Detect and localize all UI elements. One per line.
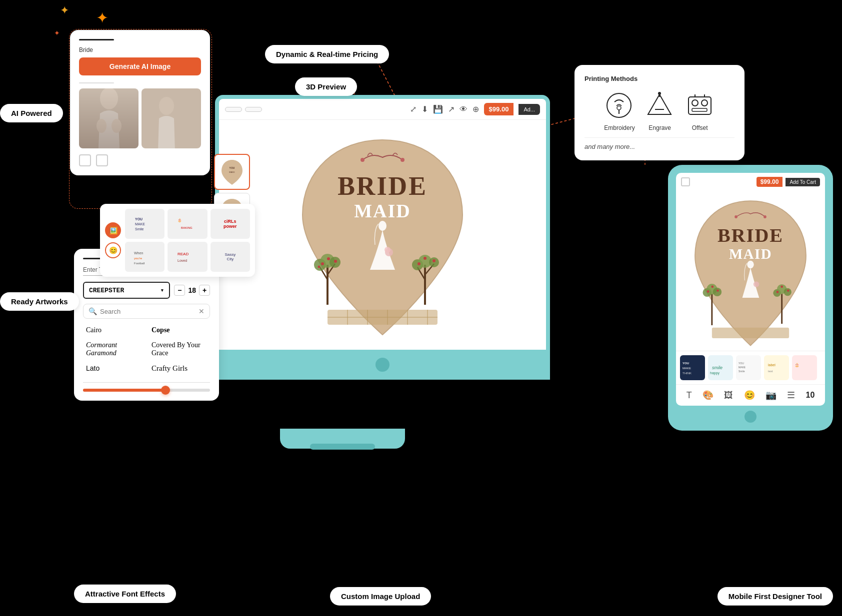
artworks-icon-2[interactable]: 😊 (105, 242, 121, 258)
callout-custom-upload: Custom Image Upload (330, 587, 431, 606)
download-icon[interactable]: ⬇ (422, 104, 428, 114)
svg-point-44 (432, 259, 436, 262)
mobile-toolbar: $99.00 Add To Cart (676, 173, 825, 191)
svg-point-42 (418, 262, 420, 265)
share-icon[interactable]: ↗ (448, 104, 454, 114)
svg-text:YOU: YOU (135, 217, 142, 221)
artwork-5[interactable]: READ Loved (168, 242, 207, 272)
mob-emoji-icon[interactable]: 😊 (744, 390, 755, 401)
svg-text:you're: you're (134, 257, 142, 260)
svg-point-20 (400, 158, 404, 162)
method-engrave: Engrave (645, 90, 675, 131)
tab-1[interactable] (225, 107, 242, 112)
save-icon[interactable]: 💾 (433, 104, 443, 114)
add-to-cart-btn[interactable]: Ad... (518, 104, 540, 115)
font-selector[interactable]: CREEPSTER ▾ (83, 282, 170, 299)
size-decrease-btn[interactable]: − (174, 285, 185, 296)
artworks-icon-active[interactable]: 🖼️ (105, 222, 121, 238)
font-cairo[interactable]: Cairo (83, 324, 144, 337)
offset-icon (685, 90, 715, 120)
size-increase-btn[interactable]: + (199, 285, 210, 296)
ai-bride-label: Bride (79, 46, 201, 53)
svg-text:YOU: YOU (230, 166, 235, 169)
star-2: ✦ (96, 9, 108, 26)
mob-thumb-1[interactable]: YOU MAKE THINK (680, 355, 705, 380)
size-control: − 18 + (174, 285, 210, 296)
mob-thumb-5[interactable]: 🎂 (792, 355, 817, 380)
ai-checkbox-2[interactable] (96, 154, 108, 166)
mobile-preview: $99.00 Add To Cart BRIDE MAID (668, 165, 833, 431)
mob-upload-icon[interactable]: 📷 (766, 390, 776, 401)
mob-image-icon[interactable]: 🖼 (724, 390, 733, 401)
svg-point-53 (617, 106, 621, 110)
thumb-1[interactable]: YOU MAKE (214, 154, 250, 190)
svg-rect-85 (712, 328, 789, 338)
ready-artworks-panel: 🖼️ 😊 YOU MAKE Smile 🎂 BAKING ciRLspower … (100, 204, 255, 277)
ai-powered-card: Bride Generate AI Image (70, 30, 210, 175)
font-covered[interactable]: Covered By Your Grace (148, 339, 210, 360)
svg-text:MAID: MAID (354, 200, 411, 221)
svg-rect-62 (692, 108, 707, 111)
svg-text:YOU: YOU (738, 362, 744, 365)
mobile-dot (676, 406, 825, 423)
monitor-foot (310, 444, 375, 450)
slider-thumb[interactable] (161, 386, 170, 395)
svg-text:BAKING: BAKING (181, 226, 192, 229)
svg-text:MAKE: MAKE (229, 171, 235, 173)
svg-marker-55 (648, 94, 671, 114)
svg-point-81 (784, 288, 792, 296)
mob-text-icon[interactable]: T (686, 390, 692, 401)
svg-text:label: label (768, 363, 776, 367)
font-search-input[interactable] (100, 308, 196, 315)
generate-ai-button[interactable]: Generate AI Image (79, 57, 201, 75)
preview-icon[interactable]: 👁 (460, 105, 468, 114)
ai-checkbox-1[interactable] (79, 154, 91, 166)
mob-brush-icon[interactable]: 🎨 (702, 390, 714, 401)
tab-2[interactable] (245, 107, 262, 112)
artwork-grid: YOU MAKE Smile 🎂 BAKING ciRLspower When … (125, 209, 250, 272)
font-crafty[interactable]: Crafty Girls (148, 362, 210, 375)
svg-point-77 (716, 289, 719, 292)
font-card-divider (83, 382, 210, 383)
monitor-stand (215, 350, 550, 380)
desktop-preview: ⤢ ⬇ 💾 ↗ 👁 ⊕ $99.00 Ad... (215, 95, 550, 380)
svg-point-74 (713, 288, 722, 296)
svg-text:MAID: MAID (729, 246, 772, 262)
svg-text:happy: happy (710, 371, 720, 375)
font-lato[interactable]: Lato (83, 362, 144, 375)
artwork-2[interactable]: 🎂 BAKING (168, 209, 207, 239)
svg-text:text: text (768, 370, 773, 373)
svg-point-61 (702, 100, 708, 106)
svg-point-84 (787, 289, 790, 292)
mobile-canvas: BRIDE MAID (676, 191, 825, 351)
mobile-add-btn[interactable]: Add To Cart (786, 178, 820, 186)
font-copse[interactable]: Copse (148, 324, 210, 337)
svg-point-58 (658, 92, 661, 95)
expand-icon[interactable]: ⤢ (410, 104, 416, 114)
mob-thumb-2[interactable]: smile happy (708, 355, 733, 380)
font-slider[interactable] (83, 389, 210, 392)
artwork-6[interactable]: SassyCity (210, 242, 250, 272)
star-3: ✦ (54, 29, 60, 37)
mob-list-icon[interactable]: ☰ (787, 390, 795, 401)
close-icon[interactable]: ✕ (198, 307, 204, 315)
mob-thumb-4[interactable]: label text (764, 355, 789, 380)
ar-icon[interactable]: ⊕ (472, 104, 479, 114)
method-offset: Offset (685, 90, 715, 131)
ai-divider (79, 82, 114, 83)
artwork-3[interactable]: ciRLspower (210, 209, 250, 239)
artwork-4[interactable]: When you're Football (125, 242, 164, 272)
monitor-top: ⤢ ⬇ 💾 ↗ 👁 ⊕ $99.00 Ad... (215, 95, 550, 350)
svg-point-23 (378, 221, 386, 231)
mobile-checkbox[interactable] (681, 177, 690, 186)
mob-thumb-3[interactable]: YOU MAKE Smile (736, 355, 761, 380)
ai-card-line (79, 39, 114, 40)
svg-point-32 (321, 262, 324, 265)
svg-point-70 (754, 281, 760, 287)
font-cormorant[interactable]: Cormorant Garamond (83, 339, 144, 360)
svg-point-76 (711, 285, 714, 288)
font-controls: CREEPSTER ▾ − 18 + (83, 282, 210, 299)
ai-image-2 (142, 88, 201, 148)
mobile-bottom-icons: T 🎨 🖼 😊 📷 ☰ 10 (676, 384, 825, 406)
artwork-1[interactable]: YOU MAKE Smile (125, 209, 164, 239)
